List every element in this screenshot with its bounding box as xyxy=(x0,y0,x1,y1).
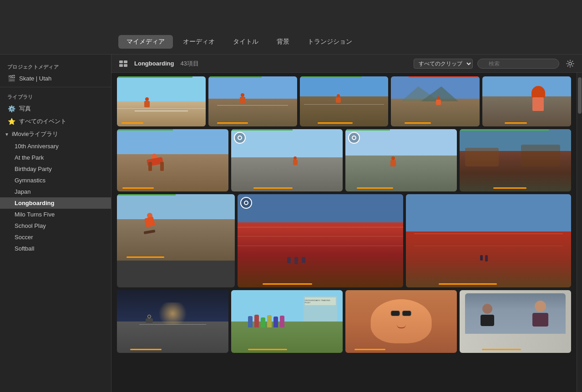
sidebar-item-10th-anniversary[interactable]: 10th Anniversary xyxy=(0,141,111,152)
video-thumb-8[interactable] xyxy=(345,129,457,192)
video-row-1 xyxy=(117,76,571,126)
anniversary-label: 10th Anniversary xyxy=(15,143,59,150)
imovie-library-header[interactable]: ▼ iMovieライブラリ xyxy=(0,128,111,141)
star-icon: ⭐ xyxy=(7,118,15,125)
scrollbar-track[interactable] xyxy=(577,73,582,392)
slowmo-badge-7 xyxy=(234,132,246,144)
video-thumb-12[interactable] xyxy=(406,194,571,287)
sidebar-item-photos[interactable]: ⚙️ 写真 xyxy=(0,102,111,115)
imovie-library-label: iMovieライブラリ xyxy=(12,130,59,138)
tab-audio[interactable]: オーディオ xyxy=(175,35,223,49)
video-thumb-16[interactable] xyxy=(460,290,571,353)
tab-titles[interactable]: タイトル xyxy=(225,35,267,49)
video-thumb-4[interactable] xyxy=(391,76,480,126)
photos-icon: ⚙️ xyxy=(7,105,15,112)
sidebar-item-japan[interactable]: Japan xyxy=(0,186,111,197)
at-the-park-label: At the Park xyxy=(15,154,44,161)
sidebar-item-gymnastics[interactable]: Gymnastics xyxy=(0,175,111,186)
sidebar: プロジェクトメディア 🎬 Skate | Utah ライブラリ ⚙️ 写真 ⭐ … xyxy=(0,55,111,392)
event-name: Longboarding xyxy=(134,60,174,67)
triangle-icon: ▼ xyxy=(5,132,9,137)
sidebar-item-longboarding[interactable]: Longboarding xyxy=(0,197,111,209)
longboarding-label: Longboarding xyxy=(15,200,54,206)
softball-label: Softball xyxy=(15,245,34,252)
video-thumb-2[interactable] xyxy=(208,76,297,126)
search-wrapper: 🔍 xyxy=(477,59,559,69)
grid-icon xyxy=(119,60,127,67)
grid-scroll-container: CROSSROADS TRADING POST xyxy=(111,73,582,392)
video-thumb-5[interactable] xyxy=(482,76,571,126)
tab-my-media[interactable]: マイメディア xyxy=(118,35,173,49)
sidebar-item-birthday-party[interactable]: Birthday Party xyxy=(0,163,111,175)
content-toolbar: Longboarding 43項目 すべてのクリップ 🔍 xyxy=(111,55,582,73)
content-area: Longboarding 43項目 すべてのクリップ 🔍 xyxy=(111,55,582,392)
gymnastics-label: Gymnastics xyxy=(15,177,46,184)
video-thumb-13[interactable] xyxy=(117,290,228,353)
project-section-title: プロジェクトメディア xyxy=(0,60,111,72)
sidebar-item-school-play[interactable]: School Play xyxy=(0,220,111,231)
video-thumb-14[interactable]: CROSSROADS TRADING POST xyxy=(231,290,343,353)
video-row-3 xyxy=(117,194,571,287)
birthday-party-label: Birthday Party xyxy=(15,166,52,172)
movie-icon: 🎬 xyxy=(7,75,15,82)
sidebar-item-milo-turns-five[interactable]: Milo Turns Five xyxy=(0,209,111,220)
video-thumb-9[interactable] xyxy=(460,129,571,192)
video-row-4: CROSSROADS TRADING POST xyxy=(117,290,571,353)
video-thumb-11[interactable] xyxy=(238,194,403,287)
sidebar-item-soccer[interactable]: Soccer xyxy=(0,231,111,243)
main-layout: プロジェクトメディア 🎬 Skate | Utah ライブラリ ⚙️ 写真 ⭐ … xyxy=(0,55,582,392)
gear-icon xyxy=(566,60,574,68)
svg-rect-3 xyxy=(124,64,127,67)
tab-backgrounds[interactable]: 背景 xyxy=(268,35,298,49)
video-thumb-3[interactable] xyxy=(300,76,389,126)
video-thumb-7[interactable] xyxy=(231,129,343,192)
slowmo-badge-11 xyxy=(240,197,252,209)
video-thumb-15[interactable] xyxy=(345,290,457,353)
settings-button[interactable] xyxy=(564,57,577,70)
video-row-2 xyxy=(117,129,571,192)
milo-label: Milo Turns Five xyxy=(15,211,55,218)
scrollbar-thumb[interactable] xyxy=(578,77,582,114)
item-count: 43項目 xyxy=(180,60,409,68)
video-thumb-10[interactable] xyxy=(117,194,235,287)
school-play-label: School Play xyxy=(15,222,46,229)
library-section-title: ライブラリ xyxy=(0,90,111,102)
tab-transitions[interactable]: トランジション xyxy=(299,35,360,49)
sidebar-item-project[interactable]: 🎬 Skate | Utah xyxy=(0,72,111,84)
video-grid: CROSSROADS TRADING POST xyxy=(111,73,577,392)
photos-label: 写真 xyxy=(19,105,31,113)
video-thumb-1[interactable] xyxy=(117,76,206,126)
grid-view-button[interactable] xyxy=(117,57,130,70)
japan-label: Japan xyxy=(15,188,30,195)
svg-rect-2 xyxy=(119,64,123,67)
sidebar-item-softball[interactable]: Softball xyxy=(0,243,111,254)
svg-rect-1 xyxy=(124,60,127,63)
svg-rect-0 xyxy=(119,60,123,63)
clip-filter-select[interactable]: すべてのクリップ xyxy=(414,59,473,69)
sidebar-divider xyxy=(0,87,111,87)
project-label: Skate | Utah xyxy=(19,75,51,82)
video-thumb-6[interactable] xyxy=(117,129,228,192)
sidebar-item-at-the-park[interactable]: At the Park xyxy=(0,152,111,163)
search-input[interactable] xyxy=(477,59,559,69)
slowmo-badge-8 xyxy=(348,132,360,144)
svg-point-4 xyxy=(569,62,572,65)
top-navigation: マイメディア オーディオ タイトル 背景 トランジション xyxy=(0,0,582,55)
sidebar-item-all-events[interactable]: ⭐ すべてのイベント xyxy=(0,115,111,128)
soccer-label: Soccer xyxy=(15,234,33,241)
all-events-label: すべてのイベント xyxy=(19,117,66,126)
